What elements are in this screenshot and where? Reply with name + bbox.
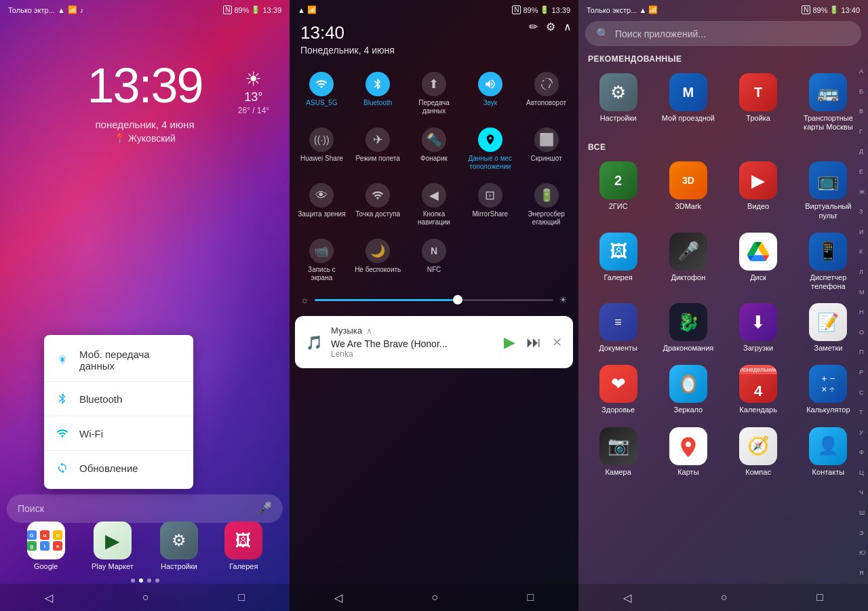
alpha-s[interactable]: С — [858, 389, 867, 397]
alpha-z[interactable]: З — [858, 208, 867, 216]
quick-hotspot[interactable]: Точка доступа — [351, 178, 405, 231]
quick-huawei-share[interactable]: ((·)) Huawei Share — [295, 122, 349, 175]
quick-nfc-icon: N — [422, 239, 446, 263]
app-disk[interactable]: Диск — [724, 227, 793, 296]
app-my-pass[interactable]: M Мой проездной — [654, 68, 722, 137]
music-close-button[interactable]: ✕ — [552, 335, 562, 350]
collapse-icon[interactable]: ∧ — [564, 20, 572, 33]
music-play-button[interactable]: ▶ — [504, 334, 515, 351]
quick-bluetooth[interactable]: Bluetooth — [351, 66, 405, 119]
alpha-ya[interactable]: Я — [858, 570, 867, 577]
app-downloads[interactable]: ⬇ Загрузки — [724, 298, 793, 358]
app-dispatcher[interactable]: 📱 Диспетчер телефона — [794, 227, 863, 296]
recent-button-p1[interactable]: □ — [238, 591, 245, 604]
alpha-l[interactable]: Л — [858, 269, 867, 276]
alpha-o[interactable]: О — [858, 329, 867, 336]
menu-item-update[interactable]: Обновление — [44, 452, 193, 484]
alpha-r[interactable]: Р — [858, 369, 867, 376]
app-docs[interactable]: ≡ Документы — [584, 298, 652, 358]
app-search[interactable]: 🔍 Поиск приложений... — [585, 21, 861, 46]
alpha-u[interactable]: У — [858, 429, 867, 437]
app-3dmark[interactable]: 3D 3DMark — [654, 156, 722, 225]
alpha-ch[interactable]: Ч — [858, 489, 867, 496]
app-list-scroll[interactable]: РЕКОМЕНДОВАННЫЕ ⚙ Настройки M Мой проезд… — [578, 52, 868, 611]
back-button-p3[interactable]: ◁ — [623, 591, 631, 604]
music-next-button[interactable]: ⏭ — [526, 334, 541, 351]
quick-location[interactable]: Данные о мес тоположении — [463, 122, 517, 175]
brightness-bar[interactable] — [315, 299, 553, 301]
quick-autorotate[interactable]: Автоповорот — [519, 66, 573, 119]
alpha-yu[interactable]: Ю — [858, 549, 867, 557]
app-settings-p1[interactable]: ⚙ Настройки — [160, 521, 198, 570]
app-2gis[interactable]: 2 2ГИС — [584, 156, 652, 225]
quick-sound[interactable]: Звук — [463, 66, 517, 119]
app-gallery[interactable]: 🖼 Галерея — [584, 227, 652, 296]
app-dragonmania[interactable]: 🐉 Дракономания — [654, 298, 722, 358]
alpha-zh[interactable]: Ж — [858, 189, 867, 196]
app-google[interactable]: G o o g l e Google — [27, 521, 65, 570]
app-mirror[interactable]: 🪞 Зеркало — [654, 359, 722, 420]
alpha-g[interactable]: Г — [858, 128, 867, 136]
home-button-p1[interactable]: ○ — [142, 591, 149, 604]
edit-icon[interactable]: ✏ — [529, 20, 538, 33]
brightness-control[interactable]: ☼ ☀ — [290, 289, 578, 311]
alpha-b[interactable]: Б — [858, 88, 867, 96]
back-button-p1[interactable]: ◁ — [45, 591, 53, 604]
alpha-n[interactable]: Н — [858, 309, 867, 316]
quick-mirrorshare[interactable]: ⊡ MirrorShare — [463, 178, 517, 231]
menu-item-wifi[interactable]: Wi-Fi — [44, 418, 193, 449]
quick-screenrecord[interactable]: 📹 Запись с экрана — [295, 233, 349, 286]
app-camera[interactable]: 📷 Камера — [584, 422, 652, 482]
app-contacts[interactable]: 👤 Контакты — [794, 422, 863, 482]
alpha-m[interactable]: М — [858, 289, 867, 296]
quick-dnd[interactable]: 🌙 Не беспокоить — [351, 233, 405, 286]
app-compass[interactable]: 🧭 Компас — [724, 422, 793, 482]
gallery-app-icon-p1: 🖼 — [224, 521, 262, 559]
menu-item-mobile-data[interactable]: Моб. передачаданных — [44, 340, 193, 380]
app-troika[interactable]: Т Тройка — [724, 68, 793, 137]
back-button-p2[interactable]: ◁ — [334, 591, 342, 604]
alpha-ey[interactable]: Э — [858, 530, 867, 537]
app-transport[interactable]: 🚌 Транспортные карты Москвы — [794, 68, 863, 137]
menu-item-bluetooth[interactable]: Bluetooth — [44, 383, 193, 414]
home-button-p3[interactable]: ○ — [721, 591, 728, 604]
app-calculator[interactable]: + −× ÷ Калькулятор — [794, 359, 863, 420]
quick-airplane[interactable]: ✈ Режим полета — [351, 122, 405, 175]
app-maps[interactable]: Карты — [654, 422, 722, 482]
quick-powersave[interactable]: 🔋 Энергосбер егающий — [519, 178, 573, 231]
alpha-d[interactable]: Д — [858, 148, 867, 155]
app-gallery-p1[interactable]: 🖼 Галерея — [224, 521, 262, 570]
alpha-t[interactable]: Т — [858, 409, 867, 416]
app-dictaphone[interactable]: 🎤 Диктофон — [654, 227, 722, 296]
search-bar[interactable]: Поиск 🎤 — [7, 494, 283, 523]
app-virtual-remote[interactable]: 📺 Виртуальный пульт — [794, 156, 863, 225]
quick-flashlight[interactable]: 🔦 Фонарик — [408, 122, 461, 175]
app-notes[interactable]: 📝 Заметки — [794, 298, 863, 358]
recent-button-p3[interactable]: □ — [816, 591, 823, 604]
quick-data[interactable]: ⬆ Передача данных — [408, 66, 461, 119]
alpha-i[interactable]: И — [858, 229, 867, 236]
app-settings-p3[interactable]: ⚙ Настройки — [584, 68, 652, 137]
alpha-sh[interactable]: Ш — [858, 509, 867, 517]
alpha-a[interactable]: А — [858, 68, 867, 75]
alpha-k[interactable]: К — [858, 248, 867, 256]
quick-wifi[interactable]: ASUS_5G — [295, 66, 349, 119]
app-video[interactable]: ▶ Видео — [724, 156, 793, 225]
app-calendar[interactable]: понедельник 4 Календарь — [724, 359, 793, 420]
alphabet-sidebar[interactable]: А Б В Г Д Е Ж З И К Л М Н О П Р С Т У Ф … — [858, 68, 867, 577]
home-button-p2[interactable]: ○ — [431, 591, 438, 604]
quick-nfc[interactable]: N NFC — [408, 233, 461, 286]
alpha-e[interactable]: Е — [858, 168, 867, 176]
mic-icon[interactable]: 🎤 — [257, 501, 272, 516]
quick-navbutton[interactable]: ◀ Кнопка навигации — [408, 178, 461, 231]
alpha-p[interactable]: П — [858, 349, 867, 356]
recent-button-p2[interactable]: □ — [528, 591, 534, 604]
alpha-v[interactable]: В — [858, 108, 867, 115]
app-health[interactable]: ❤ Здоровье — [584, 359, 652, 420]
settings-icon-p2[interactable]: ⚙ — [546, 20, 555, 33]
quick-eyeprotect[interactable]: 👁 Защита зрения — [295, 178, 349, 231]
app-playmarket[interactable]: ▶ Play Маркет — [92, 521, 134, 570]
alpha-ts[interactable]: Ц — [858, 469, 867, 477]
quick-screenshot[interactable]: ⬜ Скриншот — [519, 122, 573, 175]
alpha-f[interactable]: Ф — [858, 449, 867, 456]
